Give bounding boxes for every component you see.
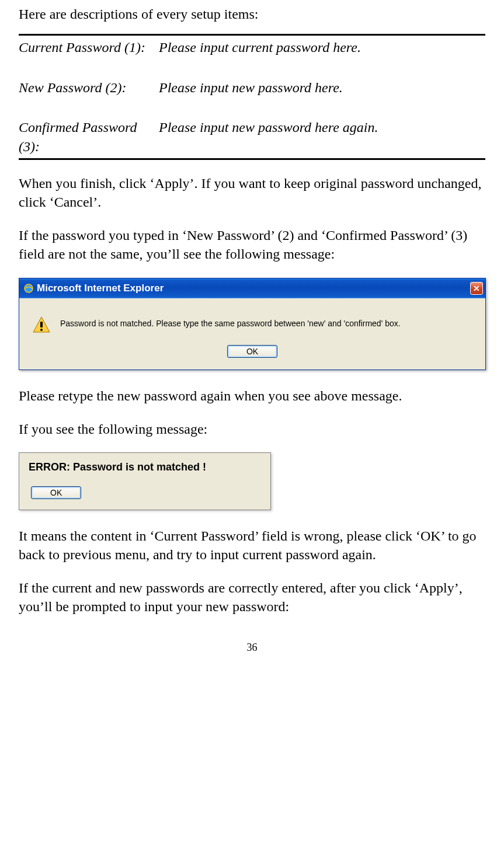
- warning-icon: [32, 316, 51, 334]
- paragraph-wrong-current: It means the content in ‘Current Passwor…: [19, 527, 485, 564]
- ok-button[interactable]: OK: [31, 486, 81, 499]
- paragraph-apply-cancel: When you finish, click ‘Apply’. If you w…: [19, 174, 485, 212]
- dialog-button-row: OK: [26, 482, 263, 500]
- ie-alert-dialog: Microsoft Internet Explorer ✕ Password i…: [19, 278, 486, 371]
- setup-items-table: Current Password (1): Please input curre…: [19, 34, 485, 160]
- internet-explorer-icon: [24, 284, 33, 293]
- intro-text: Here are descriptions of every setup ite…: [19, 5, 485, 23]
- dialog-body: Password is not matched. Please type the…: [19, 298, 485, 341]
- svg-point-2: [40, 329, 43, 331]
- table-row: Current Password (1): Please input curre…: [19, 36, 485, 59]
- close-icon: ✕: [473, 283, 480, 294]
- spacer: [19, 60, 485, 76]
- row-desc: Please input current password here.: [159, 38, 485, 57]
- error-dialog: ERROR: Password is not matched ! OK: [19, 452, 271, 510]
- row-label: New Password (2):: [19, 78, 159, 97]
- paragraph-mismatch-intro: If the password you typed in ‘New Passwo…: [19, 226, 485, 264]
- row-desc: Please input new password here again.: [159, 118, 485, 156]
- dialog-titlebar: Microsoft Internet Explorer ✕: [19, 278, 485, 299]
- row-label: Confirmed Password (3):: [19, 118, 159, 156]
- table-row: New Password (2): Please input new passw…: [19, 76, 485, 99]
- error-message: ERROR: Password is not matched !: [26, 460, 263, 474]
- paragraph-success: If the current and new passwords are cor…: [19, 578, 485, 616]
- table-row: Confirmed Password (3): Please input new…: [19, 116, 485, 158]
- paragraph-retype: Please retype the new password again whe…: [19, 386, 485, 405]
- dialog-message: Password is not matched. Please type the…: [60, 315, 401, 329]
- paragraph-error-intro: If you see the following message:: [19, 420, 485, 438]
- ok-button[interactable]: OK: [227, 345, 277, 358]
- close-button[interactable]: ✕: [470, 282, 483, 295]
- row-desc: Please input new password here.: [159, 78, 485, 97]
- svg-rect-1: [40, 322, 43, 327]
- dialog-button-row: OK: [19, 341, 485, 369]
- spacer: [19, 99, 485, 116]
- dialog-title: Microsoft Internet Explorer: [37, 282, 164, 295]
- titlebar-left: Microsoft Internet Explorer: [24, 282, 164, 295]
- row-label: Current Password (1):: [19, 38, 159, 57]
- page-number: 36: [19, 640, 485, 654]
